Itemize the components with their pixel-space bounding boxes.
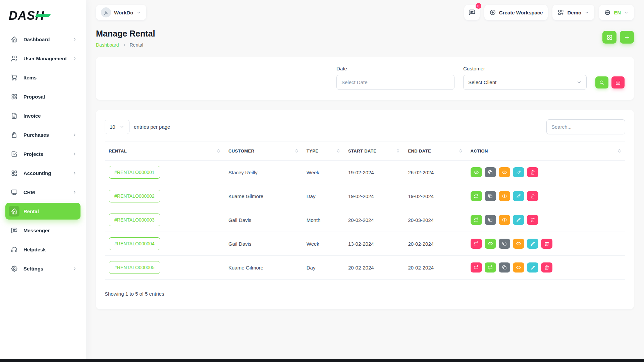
- sidebar-item-messenger[interactable]: Messenger: [5, 222, 80, 239]
- sidebar-item-rental[interactable]: Rental: [5, 203, 80, 220]
- row-actions: [471, 191, 621, 201]
- sidebar-item-projects[interactable]: Projects: [5, 145, 80, 162]
- start-date-cell: 20-02-2024: [344, 256, 404, 280]
- duplicate-button[interactable]: [485, 215, 496, 225]
- device-icon: [9, 187, 19, 197]
- chevron-right-icon: [122, 43, 127, 47]
- chevron-right-icon: [72, 190, 77, 195]
- reset-filter-button[interactable]: [611, 76, 625, 88]
- end-date-cell: 20-02-2024: [404, 232, 466, 256]
- sidebar-item-proposal[interactable]: Proposal: [5, 88, 80, 105]
- workspace-switcher[interactable]: WorkDo: [96, 5, 146, 20]
- logo-dash-accent: [35, 14, 51, 17]
- sidebar-item-user-management[interactable]: User Management: [5, 50, 80, 67]
- chat-icon: [468, 9, 476, 16]
- bag-icon: [9, 129, 19, 140]
- rental-id-link[interactable]: #RENTALO000002: [109, 190, 160, 202]
- rental-id-link[interactable]: #RENTALO000004: [109, 237, 160, 250]
- edit-button[interactable]: [527, 239, 538, 249]
- topbar-actions: 0 Create Workspace Demo EN: [464, 5, 634, 20]
- column-header-start-date[interactable]: START DATE: [344, 141, 404, 161]
- row-actions: [471, 167, 621, 177]
- column-header-action[interactable]: ACTION: [467, 141, 625, 161]
- globe-icon: [604, 9, 611, 16]
- view-button[interactable]: [471, 167, 482, 177]
- breadcrumb-dashboard-link[interactable]: Dashboard: [96, 42, 119, 48]
- chevron-right-icon: [72, 266, 77, 271]
- convert-button[interactable]: [471, 191, 482, 201]
- rental-id-link[interactable]: #RENTALO000003: [109, 214, 160, 226]
- sidebar-item-invoice[interactable]: Invoice: [5, 107, 80, 124]
- column-header-customer[interactable]: CUSTOMER: [224, 141, 303, 161]
- edit-button[interactable]: [513, 167, 524, 177]
- duplicate-button[interactable]: [485, 167, 496, 177]
- sidebar-item-items[interactable]: Items: [5, 69, 80, 86]
- sidebar-item-label: Items: [23, 75, 37, 80]
- preview-button[interactable]: [513, 262, 524, 273]
- messages-button[interactable]: 0: [464, 5, 480, 20]
- sidebar-item-accounting[interactable]: Accounting: [5, 165, 80, 181]
- sidebar-item-helpdesk[interactable]: Helpdesk: [5, 241, 80, 258]
- sidebar-item-settings[interactable]: Settings: [5, 260, 80, 277]
- renew-button[interactable]: [485, 262, 496, 273]
- sidebar-item-label: Accounting: [23, 170, 51, 176]
- sidebar-item-purchases[interactable]: Purchases: [5, 126, 80, 143]
- preview-button[interactable]: [499, 215, 510, 225]
- cart-icon: [9, 72, 19, 83]
- chevron-right-icon: [72, 37, 77, 42]
- duplicate-button[interactable]: [499, 239, 510, 249]
- delete-button[interactable]: [527, 215, 538, 225]
- convert-button[interactable]: [471, 239, 482, 249]
- apps-icon: [606, 34, 613, 41]
- sidebar-item-label: Helpdesk: [23, 247, 46, 252]
- preview-button[interactable]: [499, 167, 510, 177]
- date-input[interactable]: [336, 75, 454, 90]
- user-icon: [103, 10, 109, 15]
- sidebar-item-crm[interactable]: CRM: [5, 184, 80, 200]
- edit-button[interactable]: [513, 191, 524, 201]
- grid-view-button[interactable]: [602, 31, 616, 44]
- column-label: ACTION: [471, 148, 488, 154]
- page-title: Manage Rental: [96, 29, 155, 39]
- app-logo[interactable]: DASH: [5, 5, 81, 26]
- workspace-avatar: [101, 7, 111, 17]
- rental-id-link[interactable]: #RENTALO000001: [109, 166, 160, 179]
- create-rental-button[interactable]: [620, 31, 634, 44]
- customer-filter-field: Customer Select Client: [463, 66, 587, 90]
- page-size-select[interactable]: 10: [105, 120, 129, 134]
- create-workspace-button[interactable]: Create Workspace: [484, 5, 548, 20]
- delete-button[interactable]: [527, 191, 538, 201]
- convert-button[interactable]: [471, 262, 482, 273]
- start-date-cell: 19-02-2024: [344, 161, 404, 184]
- table-search-input[interactable]: [546, 119, 625, 134]
- apply-filter-button[interactable]: [595, 76, 608, 88]
- preview-button[interactable]: [513, 239, 524, 249]
- column-header-rental[interactable]: RENTAL: [105, 141, 224, 161]
- preview-button[interactable]: [499, 191, 510, 201]
- customer-select[interactable]: Select Client: [463, 75, 587, 90]
- column-header-type[interactable]: TYPE: [303, 141, 344, 161]
- delete-button[interactable]: [541, 262, 552, 273]
- sort-icon: [459, 148, 463, 154]
- column-header-end-date[interactable]: END DATE: [404, 141, 466, 161]
- page-content: Manage Rental Dashboard Rental Date: [86, 25, 644, 309]
- plus-circle-icon: [489, 9, 496, 16]
- rental-id-link[interactable]: #RENTALO000005: [109, 261, 160, 274]
- plus-icon: [624, 34, 630, 41]
- sidebar-item-label: CRM: [23, 189, 35, 195]
- page-header-actions: [602, 31, 634, 44]
- language-dropdown[interactable]: EN: [599, 5, 634, 20]
- duplicate-button[interactable]: [485, 191, 496, 201]
- layout-icon: [9, 168, 19, 178]
- sidebar-item-dashboard[interactable]: Dashboard: [5, 31, 80, 48]
- duplicate-button[interactable]: [499, 262, 510, 273]
- edit-button[interactable]: [513, 215, 524, 225]
- workspace-demo-dropdown[interactable]: Demo: [552, 5, 594, 20]
- customer-cell: Stacey Reilly: [224, 161, 303, 184]
- delete-button[interactable]: [541, 239, 552, 249]
- convert-button[interactable]: [471, 215, 482, 225]
- delete-button[interactable]: [527, 167, 538, 177]
- view-button[interactable]: [485, 239, 496, 249]
- page-header: Manage Rental Dashboard Rental: [96, 29, 634, 48]
- edit-button[interactable]: [527, 262, 538, 273]
